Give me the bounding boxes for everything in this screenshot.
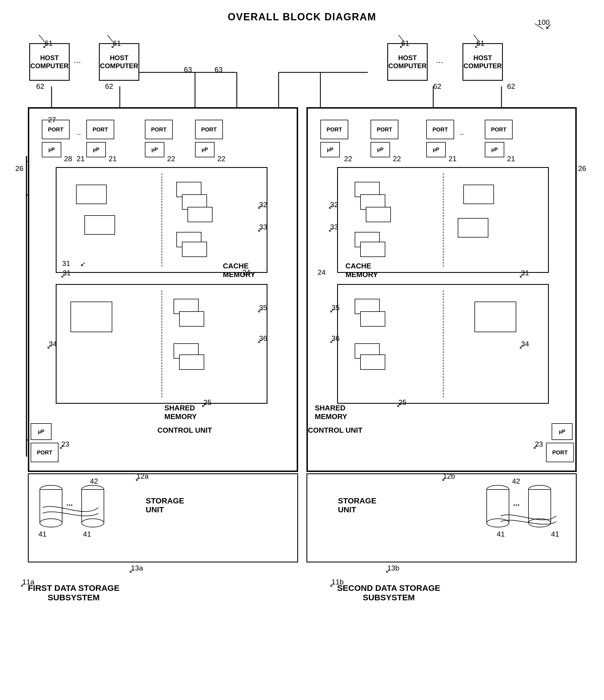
shared-label-L1: SHAREDMEMORY [164, 404, 197, 421]
storage-connector-L [43, 502, 98, 524]
ref-27: 27 [48, 116, 56, 124]
ref-31-L-cache: 31 [62, 259, 70, 268]
ref-41-L1: 41 [39, 530, 47, 539]
ref-62-2: 62 [105, 82, 113, 91]
port-box-L-bottom: PORT [31, 443, 58, 462]
ref-21-R2: 21 [507, 154, 515, 163]
storage-unit-R: STORAGEUNIT ··· 41 41 42 [307, 473, 577, 562]
cache-rect-RL1c [366, 207, 391, 222]
cache-label-L: CACHEMEMORY [223, 262, 255, 279]
shared-section-R [337, 284, 549, 404]
ref-63-1: 63 [184, 66, 192, 74]
ref-42-R: 42 [512, 477, 520, 485]
port-box-R-bottom: PORT [546, 443, 574, 462]
ref-24-R: 24 [318, 268, 326, 277]
host-label-2: HOSTCOMPUTER [100, 54, 138, 70]
ref-41-R2: 41 [551, 530, 559, 539]
port-box-R2: PORT [370, 120, 398, 139]
ref-21-L2: 21 [108, 154, 117, 163]
dots-hc-left: ··· [74, 57, 81, 67]
svg-text:···: ··· [513, 501, 520, 509]
ref-41-L2: 41 [83, 530, 91, 539]
cache-rect-R1c [188, 207, 213, 222]
shared-rect-R35b [179, 311, 204, 327]
ref-22-L2: 22 [217, 154, 225, 163]
cache-rect-RL2b [360, 242, 385, 257]
ref-21-R1: 21 [449, 154, 457, 163]
host-computer-3: HOSTCOMPUTER [387, 43, 428, 81]
svg-line-20 [39, 35, 45, 42]
second-subsystem-label: SECOND DATA STORAGESUBSYSTEM [337, 583, 440, 602]
cache-rect-RR1 [463, 184, 494, 204]
svg-line-21 [107, 35, 113, 42]
ref-22-L1: 22 [167, 154, 175, 163]
cache-divider-L [162, 173, 162, 267]
port-box-L4: PORT [195, 120, 223, 139]
shared-label-R1: SHAREDMEMORY [315, 404, 347, 421]
port-box-R4: PORT [485, 120, 513, 139]
dots-hc-right: ··· [436, 57, 443, 67]
cache-rect-L1 [76, 184, 107, 204]
shared-divider-L [162, 291, 162, 397]
up-box-L3: μP [145, 142, 164, 157]
shared-rect-RL36b [360, 354, 385, 370]
diagram: OVERALL BLOCK DIAGRAM 100 ↙ HOSTCOMPUTER… [0, 0, 604, 700]
ref-28: 28 [64, 154, 72, 163]
ref-26-L: 26 [15, 164, 23, 173]
ref-22-R1: 22 [344, 154, 352, 163]
ref-100-arrow: ↙ [545, 22, 552, 31]
up-box-L4: μP [195, 142, 215, 157]
dots-port-L: ·· [77, 129, 81, 139]
shared-label-R2: CONTROL UNIT [308, 426, 362, 435]
up-box-R2: μP [370, 142, 390, 157]
host-label-3: HOSTCOMPUTER [388, 54, 427, 70]
shared-section-L [56, 284, 267, 404]
port-box-R3: PORT [426, 120, 454, 139]
up-box-L1: μP [42, 142, 61, 157]
cache-section-R [337, 167, 549, 273]
cache-rect-R2b [182, 242, 207, 257]
port-box-L2: PORT [87, 120, 114, 139]
cache-label-R: CACHEMEMORY [345, 262, 378, 279]
cache-rect-RR2 [458, 218, 488, 238]
up-box-R3: μP [426, 142, 446, 157]
ref-42-L: 42 [90, 477, 98, 485]
shared-label-L2: CONTROL UNIT [158, 426, 212, 435]
storage-unit-L: ··· 41 41 42 STORAGEUNIT [28, 473, 298, 562]
host-computer-2: HOSTCOMPUTER [99, 43, 139, 81]
ref-26-R: 26 [578, 164, 586, 173]
up-box-L-bottom: μP [31, 423, 51, 440]
shared-rect-RR34 [475, 302, 516, 332]
ref-41-R1: 41 [497, 530, 505, 539]
shared-divider-R [443, 291, 443, 397]
storage-unit-label-L: STORAGEUNIT [146, 497, 184, 514]
diagram-title: OVERALL BLOCK DIAGRAM [227, 11, 376, 23]
ref-22-R2: 22 [393, 154, 401, 163]
port-box-L3: PORT [145, 120, 173, 139]
port-box-R1: PORT [320, 120, 348, 139]
cache-divider-R [443, 173, 443, 267]
shared-rect-RL35b [360, 311, 385, 327]
up-box-R1: μP [320, 142, 340, 157]
shared-rect-L34 [71, 302, 112, 332]
storage-connector-R [501, 510, 556, 533]
first-subsystem-label: FIRST DATA STORAGESUBSYSTEM [28, 583, 120, 602]
shared-rect-R36b [179, 354, 204, 370]
ref-63-2: 63 [215, 66, 223, 74]
cache-section-L: 31 ↙ [56, 167, 267, 273]
host-computer-1: HOSTCOMPUTER [29, 43, 70, 81]
ref-62-1: 62 [36, 82, 44, 91]
storage-unit-label-R: STORAGEUNIT [338, 497, 377, 514]
up-box-L2: μP [87, 142, 106, 157]
cache-rect-L2 [84, 215, 115, 235]
host-computer-4: HOSTCOMPUTER [462, 43, 503, 81]
ref-62-3: 62 [433, 82, 441, 91]
up-box-R-bottom: μP [552, 423, 573, 440]
host-label-1: HOSTCOMPUTER [30, 54, 69, 70]
host-label-4: HOSTCOMPUTER [464, 54, 502, 70]
up-box-R4: μP [485, 142, 504, 157]
ref-62-4: 62 [507, 82, 515, 91]
dots-port-R: ·· [460, 129, 464, 139]
ref-21-L1: 21 [77, 154, 85, 163]
